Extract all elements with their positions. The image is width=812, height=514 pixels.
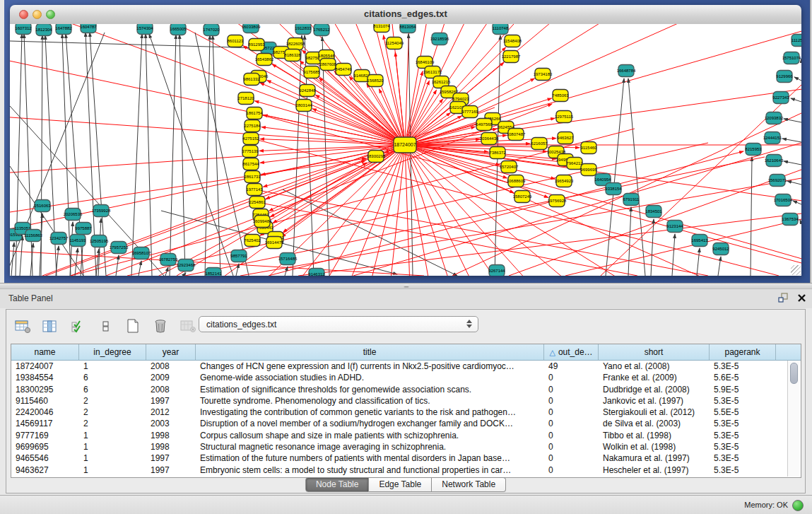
table-cell[interactable]: Nakamura et al. (1997) bbox=[599, 452, 710, 464]
table-cell[interactable]: 5.3E-5 bbox=[710, 418, 776, 429]
table-cell[interactable]: Estimation of significance thresholds fo… bbox=[196, 384, 544, 395]
graph-node[interactable]: 2516063 bbox=[34, 200, 51, 212]
graph-node[interactable]: 19218596 bbox=[430, 33, 449, 45]
table-cell[interactable]: 0 bbox=[544, 465, 599, 476]
graph-node[interactable]: 1574304 bbox=[136, 24, 153, 35]
graph-node[interactable]: 2867608 bbox=[319, 59, 336, 71]
graph-node[interactable]: 18724007 bbox=[394, 137, 416, 153]
table-row[interactable]: 911546021997Tourette syndrome. Phenomeno… bbox=[11, 395, 801, 407]
table-cell[interactable]: 2 bbox=[79, 418, 146, 429]
graph-node[interactable]: 16033809 bbox=[242, 24, 261, 33]
column-header-year[interactable]: year bbox=[146, 344, 196, 360]
table-cell[interactable]: 1998 bbox=[146, 430, 196, 441]
graph-node[interactable]: 8186328 bbox=[284, 49, 301, 62]
table-cell[interactable]: Disruption of a novel member of a sodium… bbox=[196, 418, 544, 429]
panel-splitter[interactable] bbox=[0, 283, 812, 289]
graph-node[interactable]: 1110748 bbox=[493, 24, 509, 35]
graph-node[interactable]: 15692071 bbox=[768, 175, 787, 187]
resize-grip[interactable] bbox=[791, 265, 801, 275]
table-cell[interactable]: 2008 bbox=[146, 361, 196, 372]
table-cell[interactable]: 2003 bbox=[146, 418, 196, 429]
graph-node[interactable]: 12505195 bbox=[90, 235, 109, 247]
table-cell[interactable]: Changes of HCN gene expression and I(f) … bbox=[196, 361, 544, 372]
graph-node[interactable]: 19654923 bbox=[555, 175, 574, 187]
graph-node[interactable]: 17016504 bbox=[774, 194, 793, 206]
table-cell[interactable]: 0 bbox=[544, 418, 599, 429]
table-cell[interactable]: 0 bbox=[544, 384, 599, 395]
graph-node[interactable]: 9242848 bbox=[299, 85, 316, 97]
delete-rows-icon[interactable] bbox=[151, 317, 170, 335]
table-cell[interactable]: 5.3E-5 bbox=[710, 441, 776, 452]
graph-node[interactable]: 9123144 bbox=[666, 221, 683, 233]
graph-node[interactable]: 1834501 bbox=[645, 206, 662, 218]
tab-node-table[interactable]: Node Table bbox=[305, 477, 370, 492]
graph-node[interactable]: 1112544 bbox=[792, 35, 801, 47]
graph-node[interactable]: 10688609 bbox=[507, 175, 526, 187]
graph-node[interactable]: 8813054 bbox=[399, 24, 416, 33]
graph-node[interactable]: 8601123 bbox=[228, 35, 245, 47]
table-cell[interactable]: 5.6E-5 bbox=[710, 372, 776, 383]
table-cell[interactable]: 0 bbox=[544, 407, 599, 418]
table-row[interactable]: 1872400712008Changes of HCN gene express… bbox=[11, 361, 801, 372]
table-cell[interactable]: 0 bbox=[544, 395, 599, 407]
table-cell[interactable]: 1997 bbox=[146, 452, 196, 464]
graph-node[interactable]: 17359928 bbox=[92, 205, 111, 217]
delete-table-icon[interactable] bbox=[179, 317, 197, 335]
graph-node[interactable]: 16782759 bbox=[159, 254, 178, 266]
table-row[interactable]: 977716911998Corpus callosum shape and si… bbox=[11, 430, 801, 441]
graph-node[interactable]: 1861754 bbox=[246, 107, 263, 119]
table-cell[interactable]: Tibbo et al. (1998) bbox=[599, 430, 710, 441]
table-cell[interactable]: 22420046 bbox=[11, 407, 79, 418]
table-row[interactable]: 2242004622012Investigating the contribut… bbox=[11, 407, 801, 418]
graph-node[interactable]: 12975115 bbox=[555, 111, 574, 123]
table-cell[interactable]: 0 bbox=[544, 430, 599, 441]
graph-node[interactable]: 6497568 bbox=[476, 119, 493, 131]
table-cell[interactable]: 0 bbox=[544, 452, 599, 464]
table-select-dropdown[interactable]: citations_edges.txt bbox=[199, 316, 478, 332]
table-cell[interactable]: Corpus callosum shape and size in male p… bbox=[196, 430, 544, 441]
table-cell[interactable]: 6 bbox=[79, 384, 146, 395]
graph-node[interactable]: 9267144 bbox=[488, 265, 505, 276]
graph-node[interactable]: 12444151 bbox=[763, 132, 782, 144]
graph-node[interactable]: 15720407 bbox=[500, 161, 519, 173]
graph-node[interactable]: 20206536 bbox=[64, 209, 83, 221]
table-cell[interactable]: 5.3E-5 bbox=[710, 395, 776, 407]
graph-node[interactable]: 9861332 bbox=[243, 74, 260, 86]
row-height-icon[interactable] bbox=[96, 317, 114, 335]
graph-node[interactable]: 1607312 bbox=[15, 24, 32, 35]
table-cell[interactable]: Wolkin et al. (1998) bbox=[599, 441, 710, 452]
graph-node[interactable]: 11156863 bbox=[24, 230, 42, 242]
scrollbar-thumb[interactable] bbox=[790, 363, 798, 384]
graph-node[interactable]: 19756928 bbox=[548, 195, 567, 207]
graph-node[interactable]: 6216057 bbox=[531, 138, 548, 150]
table-cell[interactable]: 1997 bbox=[146, 465, 196, 476]
table-cell[interactable]: Stergiakouli et al. (2012) bbox=[599, 407, 710, 418]
graph-node[interactable]: 9129966 bbox=[776, 71, 793, 83]
graph-node[interactable]: 11548408 bbox=[503, 35, 522, 47]
table-cell[interactable]: 5.3E-5 bbox=[710, 430, 776, 441]
table-cell[interactable]: 9463627 bbox=[11, 465, 79, 476]
column-header-title[interactable]: title bbox=[196, 344, 544, 360]
graph-node[interactable]: 2861731 bbox=[244, 171, 261, 183]
graph-node[interactable]: 1852141 bbox=[205, 268, 222, 276]
graph-node[interactable]: 9146312 bbox=[308, 269, 325, 276]
graph-node[interactable]: 9338154 bbox=[605, 183, 622, 195]
graph-node[interactable]: 16648784 bbox=[617, 65, 636, 77]
table-cell[interactable]: 5.3E-5 bbox=[710, 452, 776, 464]
column-header-in_degree[interactable]: in_degree bbox=[79, 344, 146, 360]
table-row[interactable]: 1830029562008Estimation of significance … bbox=[11, 384, 801, 395]
graph-node[interactable]: 4275152 bbox=[242, 133, 259, 145]
graph-node[interactable]: 2254861 bbox=[249, 197, 266, 209]
table-cell[interactable]: Embryonic stem cells: a model to study s… bbox=[196, 465, 544, 476]
close-panel-icon[interactable] bbox=[797, 293, 806, 305]
graph-node[interactable]: 16543862 bbox=[255, 54, 274, 66]
graph-node[interactable]: 16099484 bbox=[253, 216, 272, 228]
table-cell[interactable]: Structural magnetic resonance image aver… bbox=[196, 441, 544, 452]
table-row[interactable]: 1938455462009Genome-wide association stu… bbox=[11, 372, 801, 383]
table-mode-icon[interactable] bbox=[13, 317, 32, 335]
graph-node[interactable]: 8454749 bbox=[335, 64, 352, 76]
graph-node[interactable]: 8215953 bbox=[745, 144, 762, 156]
table-cell[interactable]: Estimation of the future numbers of pati… bbox=[196, 452, 544, 464]
graph-node[interactable]: 1665005 bbox=[170, 24, 187, 35]
graph-node[interactable]: 12093832 bbox=[765, 112, 784, 124]
